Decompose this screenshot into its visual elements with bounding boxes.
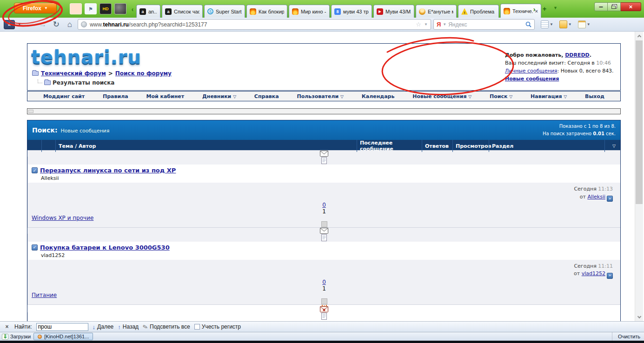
- section-link[interactable]: Windows XP и прочие: [32, 215, 93, 221]
- replies-link[interactable]: 0: [322, 279, 326, 285]
- match-case-option[interactable]: Учесть регистр: [194, 323, 241, 330]
- tab-label: Муви 43/М...: [385, 9, 411, 14]
- list-all-tabs-icon[interactable]: ▼: [553, 6, 558, 10]
- scrollbar-thumb[interactable]: [636, 40, 643, 204]
- highlight-all-button[interactable]: ✎Подсветить все: [143, 323, 190, 330]
- tab-label: Как блокир...: [259, 9, 284, 14]
- tab-label: Список час...: [174, 9, 199, 14]
- clear-downloads-button[interactable]: Очистить: [612, 332, 640, 341]
- addon-orange-icon[interactable]: [70, 3, 82, 14]
- menu-item-8[interactable]: Новые сообщения ▽: [412, 93, 471, 99]
- menu-item-11[interactable]: Выход: [585, 93, 604, 99]
- results-stats: Показано с 1 по 8 из 8. На поиск затраче…: [543, 123, 616, 138]
- home-icon[interactable]: ⌂: [64, 20, 75, 29]
- clipboard-tool[interactable]: ▼: [578, 20, 591, 28]
- hd-icon[interactable]: HD: [100, 3, 112, 14]
- new-messages-link[interactable]: Новые сообщения: [505, 76, 559, 82]
- flag-icon[interactable]: ⚑: [85, 3, 97, 14]
- collapsed-panel[interactable]: [27, 108, 621, 114]
- forward-icon[interactable]: →: [37, 20, 48, 29]
- thread-note-icon: [321, 234, 327, 242]
- menu-item-5[interactable]: Справка: [254, 93, 279, 99]
- magnifier-icon[interactable]: [525, 21, 531, 27]
- restore-button[interactable]: [608, 2, 621, 11]
- bookmark-star-icon[interactable]: ☆: [416, 21, 421, 28]
- window-controls: – ×: [594, 2, 641, 11]
- scroll-up-icon[interactable]: [635, 32, 643, 40]
- replies-link[interactable]: 0: [322, 202, 326, 208]
- menu-item-10[interactable]: Навигация ▽: [531, 93, 567, 99]
- tab-1[interactable]: aan...: [136, 5, 160, 18]
- tab-6[interactable]: 8муви 43 тре...: [331, 5, 372, 18]
- goto-unread-icon[interactable]: ✓: [32, 244, 38, 251]
- tab-scroll-left-icon[interactable]: ‹: [129, 6, 136, 13]
- folder-icon: [32, 71, 39, 76]
- tab-scroll-right-icon[interactable]: ›: [531, 6, 538, 13]
- tab-8[interactable]: Е*анутые м...: [416, 5, 457, 18]
- thread-title-link[interactable]: Перезапуск линукса по сети из под XP: [40, 167, 176, 174]
- media-tool[interactable]: ▼: [559, 20, 572, 28]
- find-label: Найти:: [14, 323, 32, 330]
- tab-4[interactable]: Как блокир...: [246, 5, 287, 18]
- private-messages-link[interactable]: Личные сообщения: [505, 68, 557, 74]
- find-next-button[interactable]: ↓Далее: [93, 323, 114, 330]
- last-post-date: Сегодня: [574, 263, 596, 269]
- menu-item-6[interactable]: Пользователи ▽: [297, 93, 343, 99]
- breadcrumb-root-link[interactable]: Технический форум: [41, 70, 106, 77]
- search-query: Новые сообщения: [61, 128, 110, 134]
- hot-envelope-icon: [320, 305, 328, 312]
- goto-last-post-icon[interactable]: »: [607, 273, 613, 279]
- last-poster-link[interactable]: vlad1252: [582, 270, 605, 277]
- find-bar: × Найти: ↓Далее ↑Назад ✎Подсветить все У…: [0, 321, 644, 332]
- tab-9[interactable]: !Проблема ...: [458, 5, 499, 18]
- menu-item-7[interactable]: Календарь: [362, 93, 395, 99]
- download-item-button[interactable]: [KinoHD.net]1361...: [33, 333, 93, 340]
- clipboard-icon: [578, 20, 586, 28]
- tab-3[interactable]: SSuper Start: [204, 5, 245, 18]
- tree-branch-icon: [38, 79, 42, 83]
- site-logo[interactable]: tehnari.ru: [31, 46, 141, 68]
- close-button[interactable]: ×: [621, 2, 641, 11]
- goto-last-post-icon[interactable]: »: [607, 196, 613, 202]
- vertical-scrollbar[interactable]: [635, 32, 643, 321]
- search-label: Поиск:: [32, 126, 58, 134]
- back-icon[interactable]: ←: [24, 20, 35, 29]
- thread-title-link[interactable]: Покупка батареи к Lenovo 3000G530: [40, 244, 170, 251]
- menu-item-2[interactable]: Правила: [103, 93, 128, 99]
- url-dropdown-icon[interactable]: ▼: [424, 22, 428, 26]
- section-link[interactable]: Питание: [32, 292, 57, 298]
- minimize-button[interactable]: –: [594, 2, 608, 11]
- match-case-checkbox[interactable]: [194, 324, 200, 330]
- find-input[interactable]: [36, 323, 88, 331]
- highlighter-icon: ✎: [142, 323, 148, 330]
- reload-icon[interactable]: ↻: [51, 20, 62, 29]
- menu-item-9[interactable]: Поиск ▽: [490, 93, 512, 99]
- quick-launch-icons: ⚑HD: [70, 3, 126, 14]
- last-poster-link[interactable]: Alleksii: [587, 194, 605, 200]
- tab-5[interactable]: Мир кино -...: [289, 5, 330, 18]
- findbar-close-icon[interactable]: ×: [4, 323, 10, 330]
- search-input[interactable]: Я ▼ Яндекс: [433, 19, 535, 30]
- tab-2[interactable]: aСписок час...: [162, 5, 203, 18]
- goto-unread-icon[interactable]: ✓: [32, 167, 38, 173]
- menu-item-4[interactable]: Дневники ▽: [202, 93, 236, 99]
- tab-7[interactable]: ▶Муви 43/М...: [373, 5, 414, 18]
- addon-sphere-icon[interactable]: [114, 3, 126, 14]
- bookmarks-button[interactable]: ★: [4, 20, 15, 29]
- page-tool[interactable]: ▼: [541, 20, 553, 28]
- url-input[interactable]: www.tehnari.ru/search.php?searchid=12531…: [78, 19, 431, 30]
- username-link[interactable]: DDREDD: [565, 52, 590, 58]
- menu-item-3[interactable]: Мой кабинет: [146, 93, 184, 99]
- menu-item-1[interactable]: Моддинг сайт: [43, 93, 85, 99]
- downloads-button[interactable]: ⇓Загрузки: [2, 334, 31, 340]
- thread-author: Alleksii: [41, 175, 617, 181]
- thread-status-cell: [27, 228, 620, 234]
- bookmarks-dropdown-icon[interactable]: ▼: [18, 22, 21, 26]
- search-engine-dropdown-icon[interactable]: ▼: [443, 22, 446, 26]
- firefox-menu-button[interactable]: Firefox ▼: [14, 3, 57, 13]
- new-tab-button[interactable]: +: [539, 5, 550, 13]
- last-visit-time: 10:46: [596, 60, 611, 66]
- find-prev-button[interactable]: ↑Назад: [118, 323, 139, 330]
- scroll-down-icon[interactable]: [635, 313, 643, 321]
- breadcrumb-page-link[interactable]: Поиск по форуму: [115, 70, 172, 77]
